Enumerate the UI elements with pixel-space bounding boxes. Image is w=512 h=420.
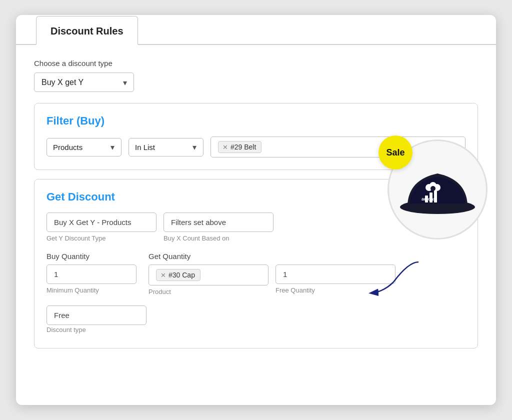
free-qty-col: Free Quantity xyxy=(276,264,396,294)
buy-x-count-label: Buy X Count Based on xyxy=(164,234,274,242)
cap-tag-label: #30 Cap xyxy=(168,271,195,279)
svg-point-4 xyxy=(434,184,440,191)
product-sublabel: Product xyxy=(148,288,268,296)
discount-row1: Get Y Discount Type Buy X Count Based on xyxy=(46,212,466,242)
buy-quantity-sublabel: Minimum Quantity xyxy=(46,286,136,294)
belt-tag-close-icon[interactable]: ✕ xyxy=(222,144,228,151)
get-y-type-input[interactable] xyxy=(46,212,156,232)
get-quantity-group: Get Quantity ✕ #30 Cap Product xyxy=(148,252,396,296)
product-col: ✕ #30 Cap Product xyxy=(148,264,268,296)
discount-type-select[interactable]: Buy X get Y Percentage Fixed Amount Free… xyxy=(34,72,134,92)
discount-row3: Discount type xyxy=(46,306,466,334)
tab-bar: Discount Rules xyxy=(16,15,496,45)
belt-tag: ✕ #29 Belt xyxy=(218,141,262,153)
get-product-tag-input[interactable]: ✕ #30 Cap xyxy=(148,264,268,286)
get-y-type-label: Get Y Discount Type xyxy=(46,234,156,242)
cap-tag: ✕ #30 Cap xyxy=(156,269,200,281)
tab-discount-rules[interactable]: Discount Rules xyxy=(36,16,138,45)
belt-tag-label: #29 Belt xyxy=(230,143,256,151)
buy-quantity-group: Buy Quantity Minimum Quantity xyxy=(46,252,136,294)
svg-point-6 xyxy=(426,184,432,191)
filter-dropdown[interactable]: Products Collections Variants xyxy=(46,138,122,156)
filter-row: Products Collections Variants ▾ In List … xyxy=(46,136,466,158)
buy-x-count-input[interactable] xyxy=(164,212,274,232)
discount-type-label: Choose a discount type xyxy=(34,59,478,68)
filter-dropdown-wrap: Products Collections Variants ▾ xyxy=(46,138,122,156)
discount-type-sublabel: Discount type xyxy=(46,326,86,334)
main-content: Choose a discount type Buy X get Y Perce… xyxy=(16,45,496,366)
discount-type-input[interactable] xyxy=(46,306,146,325)
filter-buy-box: Filter (Buy) Products Collections Varian… xyxy=(34,103,478,170)
condition-dropdown-wrap: In List Not In List All ▾ xyxy=(128,138,204,156)
discount-row2: Buy Quantity Minimum Quantity Get Quanti… xyxy=(46,252,466,296)
svg-point-5 xyxy=(430,182,436,189)
get-quantity-label: Get Quantity xyxy=(148,252,396,260)
discount-type-select-wrap: Buy X get Y Percentage Fixed Amount Free… xyxy=(34,72,134,92)
buy-quantity-label: Buy Quantity xyxy=(46,252,136,260)
get-discount-title: Get Discount xyxy=(46,190,466,204)
discount-rules-card: Discount Rules Choose a discount type Bu… xyxy=(16,15,496,405)
filter-buy-title: Filter (Buy) xyxy=(46,114,466,128)
cap-tag-close-icon[interactable]: ✕ xyxy=(160,272,166,279)
free-quantity-input[interactable] xyxy=(276,264,396,284)
buy-x-count-group: Buy X Count Based on xyxy=(164,212,274,242)
svg-rect-7 xyxy=(428,188,438,190)
buy-quantity-input[interactable] xyxy=(46,264,136,284)
get-y-type-group: Get Y Discount Type xyxy=(46,212,156,242)
free-quantity-sublabel: Free Quantity xyxy=(276,286,396,294)
get-discount-box: Get Discount Get Y Discount Type Buy X C… xyxy=(34,179,478,348)
filter-tag-input[interactable]: ✕ #29 Belt xyxy=(210,136,466,158)
condition-dropdown[interactable]: In List Not In List All xyxy=(128,138,204,156)
get-quantity-row: ✕ #30 Cap Product Free Quantity xyxy=(148,264,396,296)
